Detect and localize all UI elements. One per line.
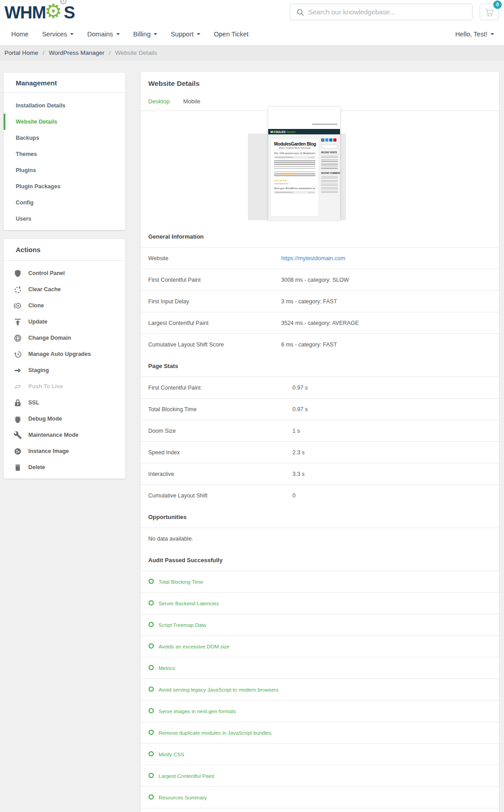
row-value: 0 (292, 493, 296, 499)
action-clone[interactable]: Clone (4, 297, 125, 314)
row-label: Cumulative Layout Shift (148, 493, 292, 499)
action-maintenance-mode[interactable]: Maintenance Mode (4, 427, 125, 443)
nav-label: Open Ticket (214, 31, 248, 38)
main-nav: HomeServicesDomainsBillingSupportOpen Ti… (4, 27, 255, 41)
section-heading-text: Page Stats (148, 363, 178, 369)
action-staging[interactable]: Staging (4, 362, 125, 378)
audit-row-largest-contentful-paint[interactable]: Largest Contentful Paint (141, 765, 499, 787)
breadcrumb-portal-home[interactable]: Portal Home (4, 49, 38, 56)
cart-button[interactable]: 0 (480, 4, 499, 20)
action-control-panel[interactable]: Control Panel (4, 265, 125, 281)
thumb-site-body: ModulesGarden Blog Where Creativity Meet… (268, 134, 340, 220)
row-value: 3 ms - category: FAST (281, 298, 337, 305)
tab-mobile[interactable]: Mobile (183, 93, 200, 111)
audit-label: Minify CSS (159, 752, 184, 757)
action-delete[interactable]: Delete (4, 459, 125, 475)
info-row-cumulative-layout-shift-score: Cumulative Layout Shift Score6 ms - cate… (141, 334, 499, 355)
action-debug-mode[interactable]: Debug Mode (4, 411, 125, 427)
action-update[interactable]: Update (4, 314, 125, 330)
section-heading-audit-passed-successfully: Audit Passed Successfully (141, 550, 499, 571)
caret-down-icon (491, 33, 494, 35)
row-label: No data available. (148, 536, 193, 542)
facebook-icon: f (321, 138, 324, 142)
action-label: Push To Live (28, 383, 63, 390)
caret-down-icon (154, 33, 157, 35)
action-clear-cache[interactable]: Clear Cache (4, 281, 125, 297)
row-label: Cumulative Layout Shift Score (148, 342, 281, 348)
website-link[interactable]: https://mytestdomain.com (281, 255, 345, 262)
audit-row-resources-summary[interactable]: Resources Summary (141, 787, 499, 808)
wrench-icon (13, 431, 22, 439)
sidebar-item-plugin-packages[interactable]: Plugin Packages (4, 178, 125, 195)
action-instance-image[interactable]: Instance Image (4, 443, 125, 459)
row-value: 3008 ms - category: SLOW (281, 277, 349, 283)
nav-home[interactable]: Home (4, 27, 35, 41)
row-value: 3524 ms - category: AVERAGE (281, 320, 359, 326)
actions-panel-title: Actions (4, 239, 125, 261)
row-label: Largest Contentful Paint (148, 320, 281, 326)
audit-row-script-treemap-data[interactable]: Script Treemap Data (141, 614, 499, 636)
sidebar-item-installation-details[interactable]: Installation Details (4, 98, 125, 114)
section-heading-text: General Information (148, 233, 204, 240)
shield-icon (13, 269, 22, 278)
audit-label: Server Backend Latencies (159, 601, 219, 606)
nav-open-ticket[interactable]: Open Ticket (207, 27, 255, 41)
audit-pass-icon (148, 621, 154, 628)
nav-services[interactable]: Services (35, 27, 81, 41)
image-icon (13, 447, 22, 456)
sidebar-item-themes[interactable]: Themes (4, 146, 125, 162)
nav-label: Home (11, 31, 29, 38)
sidebar-item-plugins[interactable]: Plugins (4, 162, 125, 178)
website-details-panel: Website Details Desktop Mobile M DULES G… (141, 72, 499, 812)
action-ssl[interactable]: SSL (4, 395, 125, 411)
audit-pass-icon (148, 794, 154, 801)
action-label: SSL (28, 399, 39, 406)
whmcs-logo[interactable]: WHM ⚙ ⚙ S (4, 1, 75, 24)
audit-row-server-backend-latencies[interactable]: Server Backend Latencies (141, 593, 499, 614)
thumb-blog-card: ModulesGarden Blog Where Creativity Meet… (270, 138, 319, 217)
search-input[interactable] (308, 4, 470, 20)
sidebar-item-backups[interactable]: Backups (4, 130, 125, 146)
breadcrumb-wordpress-manager[interactable]: WordPress Manager (49, 49, 105, 56)
breadcrumb: Portal Home / WordPress Manager / Websit… (0, 45, 504, 61)
info-row-website: Websitehttps://mytestdomain.com (141, 248, 499, 269)
thumb-paragraph-lines (274, 160, 315, 170)
website-screenshot-thumbnail: M DULES Garden ModulesGarden Blog Where … (268, 107, 340, 220)
audit-row-remove-duplicate-modules-in-javascript-bundles[interactable]: Remove duplicate modules in JavaScript b… (141, 722, 499, 744)
action-manage-auto-upgrades[interactable]: Manage Auto Upgrades (4, 346, 125, 362)
audit-pass-icon (148, 708, 154, 714)
user-menu[interactable]: Hello, Test! (455, 31, 494, 38)
info-row-total-blocking-time: Total Blocking Time0.97 s (141, 399, 499, 420)
nav-billing[interactable]: Billing (127, 27, 164, 41)
thumb-logo-dot (273, 131, 275, 133)
nav-label: Billing (133, 31, 151, 38)
action-label: Change Domain (28, 335, 71, 341)
nav-support[interactable]: Support (164, 27, 207, 41)
sidebar-item-users[interactable]: Users (4, 211, 125, 227)
user-menu-label: Hello, Test! (455, 31, 487, 38)
nav-domains[interactable]: Domains (80, 27, 126, 41)
globe-icon (13, 334, 22, 342)
section-heading-text: Audit Passed Successfully (148, 557, 222, 564)
audit-row-minify-css[interactable]: Minify CSS (141, 744, 499, 765)
audit-row-avoid-serving-legacy-javascript-to-modern-browsers[interactable]: Avoid serving legacy JavaScript to moder… (141, 679, 499, 701)
row-label: Speed Index (148, 449, 292, 456)
audit-row-total-blocking-time[interactable]: Total Blocking Time (141, 571, 499, 593)
info-row-first-contentful-paint: First Contentful Paint3008 ms - category… (141, 269, 499, 291)
action-change-domain[interactable]: Change Domain (4, 330, 125, 346)
info-row-cumulative-layout-shift: Cumulative Layout Shift0 (141, 485, 499, 506)
audit-row-avoids-an-excessive-dom-size[interactable]: Avoids an excessive DOM size (141, 636, 499, 657)
management-panel-title: Management (4, 73, 125, 93)
info-row-doom-size: Doom Size1 s (141, 420, 499, 442)
audit-row-serve-images-in-next-gen-formats[interactable]: Serve images in next-gen formats (141, 701, 499, 722)
audit-row-metrics[interactable]: Metrics (141, 657, 499, 679)
sidebar-item-website-details[interactable]: Website Details (4, 114, 125, 130)
repeat-icon (13, 382, 22, 391)
caret-down-icon (70, 33, 74, 35)
sidebar-item-config[interactable]: Config (4, 195, 125, 211)
thumb-comment-icons-line (274, 183, 288, 185)
action-label: Maintenance Mode (28, 432, 79, 438)
actions-menu: Control PanelClear CacheCloneUpdateChang… (4, 261, 125, 479)
action-label: Update (28, 319, 47, 325)
management-menu: Installation DetailsWebsite DetailsBacku… (4, 93, 125, 230)
